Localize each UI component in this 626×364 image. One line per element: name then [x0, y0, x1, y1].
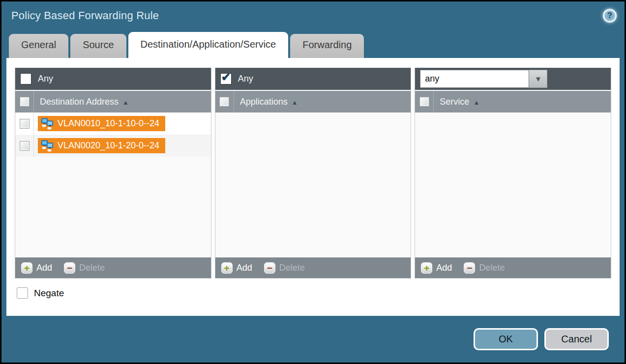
applications-select-all-checkbox[interactable]	[219, 97, 229, 107]
service-header-label: Service	[440, 97, 469, 107]
service-column: any ▼ Service ▲ + Add	[415, 68, 611, 279]
address-object-tag[interactable]: VLAN0020_10-1-20-0--24	[38, 138, 165, 153]
service-dropdown-value[interactable]: any	[420, 70, 529, 88]
service-column-header[interactable]: Service ▲	[415, 90, 611, 112]
destination-any-checkbox[interactable]: ✔	[20, 73, 31, 84]
negate-checkbox[interactable]	[17, 287, 28, 299]
destination-delete-button[interactable]: − Delete	[64, 262, 105, 274]
destination-list: VLAN0010_10-1-10-0--24 VLAN0020_10-1-20-…	[15, 112, 211, 256]
applications-any-checkbox[interactable]: ✔	[220, 73, 232, 84]
add-icon: +	[421, 262, 432, 274]
destination-column-header[interactable]: Destination Address ▲	[15, 90, 211, 112]
applications-header-label: Applications	[240, 97, 288, 107]
tab-bar: General Source Destination/Application/S…	[1, 30, 625, 58]
destination-header-label: Destination Address	[40, 97, 119, 107]
sort-ascending-icon[interactable]: ▲	[122, 98, 129, 106]
add-icon: +	[21, 262, 32, 274]
applications-add-button[interactable]: + Add	[221, 262, 252, 274]
tab-forwarding[interactable]: Forwarding	[290, 34, 364, 58]
destination-add-button[interactable]: + Add	[21, 262, 52, 274]
service-delete-button[interactable]: − Delete	[464, 262, 505, 274]
applications-list	[215, 112, 411, 256]
table-row: VLAN0010_10-1-10-0--24	[15, 112, 211, 135]
service-list	[415, 112, 611, 256]
dialog-titlebar: Policy Based Forwarding Rule ?	[1, 1, 625, 30]
network-icon	[41, 117, 54, 130]
columns-container: ✔ Any Destination Address ▲	[15, 68, 611, 279]
destination-address-column: ✔ Any Destination Address ▲	[15, 68, 211, 279]
tab-content-panel: ✔ Any Destination Address ▲	[6, 58, 620, 316]
help-icon[interactable]: ?	[603, 9, 617, 23]
service-add-button[interactable]: + Add	[421, 262, 452, 274]
checkmark-icon: ✔	[221, 71, 231, 84]
applications-column-header[interactable]: Applications ▲	[215, 90, 411, 112]
destination-footer: + Add − Delete	[15, 256, 211, 278]
applications-delete-button[interactable]: − Delete	[264, 262, 305, 274]
applications-footer: + Add − Delete	[215, 256, 411, 278]
negate-row: Negate	[15, 287, 611, 299]
service-footer: + Add − Delete	[415, 256, 611, 278]
address-object-name: VLAN0010_10-1-10-0--24	[58, 118, 159, 129]
delete-icon: −	[264, 262, 275, 274]
network-icon	[41, 140, 54, 152]
service-dropdown[interactable]: any ▼	[420, 70, 547, 88]
applications-column: ✔ Any Applications ▲ + Add	[215, 68, 412, 279]
destination-any-bar: ✔ Any	[15, 68, 211, 90]
row-checkbox[interactable]	[20, 141, 30, 151]
dialog-footer: OK Cancel	[1, 316, 625, 363]
tab-general[interactable]: General	[9, 34, 68, 58]
service-dropdown-bar: any ▼	[415, 68, 611, 90]
row-checkbox[interactable]	[20, 119, 30, 129]
negate-label: Negate	[34, 288, 64, 299]
policy-based-forwarding-dialog: Policy Based Forwarding Rule ? General S…	[0, 0, 626, 364]
address-object-name: VLAN0020_10-1-20-0--24	[58, 140, 159, 151]
address-object-tag[interactable]: VLAN0010_10-1-10-0--24	[38, 116, 165, 131]
destination-any-label: Any	[38, 74, 53, 84]
tab-source[interactable]: Source	[70, 34, 126, 58]
applications-any-label: Any	[238, 74, 253, 84]
delete-icon: −	[464, 262, 475, 274]
destination-select-all-checkbox[interactable]	[20, 97, 30, 107]
cancel-button[interactable]: Cancel	[544, 328, 609, 350]
table-row: VLAN0020_10-1-20-0--24	[15, 135, 211, 157]
ok-button[interactable]: OK	[474, 328, 538, 350]
sort-ascending-icon[interactable]: ▲	[473, 98, 479, 106]
chevron-down-icon[interactable]: ▼	[529, 70, 547, 88]
dialog-title: Policy Based Forwarding Rule	[11, 9, 159, 22]
add-icon: +	[221, 262, 233, 274]
service-select-all-checkbox[interactable]	[419, 97, 429, 107]
tab-destination-application-service[interactable]: Destination/Application/Service	[128, 32, 289, 58]
applications-any-bar: ✔ Any	[215, 68, 411, 90]
sort-ascending-icon[interactable]: ▲	[292, 98, 298, 106]
delete-icon: −	[64, 262, 75, 274]
